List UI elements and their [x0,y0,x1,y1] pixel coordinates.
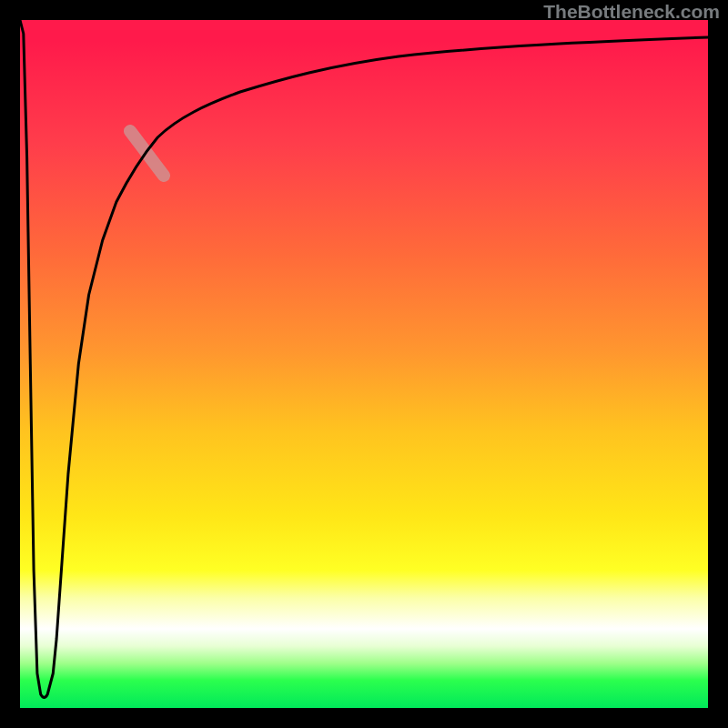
chart-curve-layer [20,20,708,708]
chart-frame: TheBottleneck.com [0,0,728,728]
attribution-label: TheBottleneck.com [543,1,720,23]
bottleneck-curve [20,20,708,698]
